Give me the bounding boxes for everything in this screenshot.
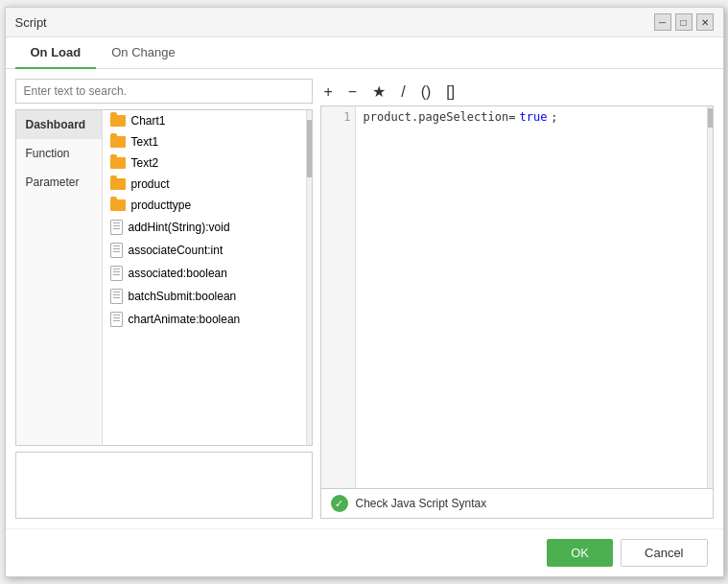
nav-item-function[interactable]: Function: [16, 139, 102, 168]
dialog-footer: OK Cancel: [6, 528, 723, 576]
left-panel: Dashboard Function Parameter Chart1: [15, 79, 313, 519]
list-item[interactable]: addHint(String):void: [103, 216, 306, 239]
tabs-bar: On Load On Change: [6, 37, 723, 69]
nav-item-dashboard[interactable]: Dashboard: [16, 110, 102, 139]
nav-item-parameter[interactable]: Parameter: [16, 168, 102, 197]
code-scrollbar[interactable]: [707, 106, 713, 488]
close-button[interactable]: ✕: [696, 13, 714, 31]
check-syntax-bar: ✓ Check Java Script Syntax: [320, 489, 714, 519]
file-icon: [110, 312, 123, 327]
bottom-preview: [15, 452, 313, 519]
ok-button[interactable]: OK: [547, 539, 613, 567]
folder-icon: [110, 199, 126, 211]
title-bar-left: Script: [15, 15, 47, 30]
script-dialog: Script ─ □ ✕ On Load On Change Dashboard: [5, 7, 724, 577]
file-icon: [110, 220, 123, 235]
restore-button[interactable]: □: [675, 13, 693, 31]
right-panel: + − ★ / () [] 1 product.pageSelection=tr…: [320, 79, 714, 519]
nav-panel: Dashboard Function Parameter: [16, 110, 103, 445]
parens-button[interactable]: (): [417, 82, 435, 102]
code-editor[interactable]: 1 product.pageSelection=true;: [320, 105, 714, 489]
file-icon: [110, 243, 123, 258]
code-semicolon: ;: [551, 110, 557, 124]
star-button[interactable]: ★: [368, 82, 389, 102]
list-item[interactable]: product: [103, 174, 306, 195]
code-line: product.pageSelection=true;: [364, 110, 699, 124]
check-icon: ✓: [331, 495, 348, 512]
add-button[interactable]: +: [320, 82, 337, 102]
search-input[interactable]: [15, 79, 313, 104]
list-item[interactable]: producttype: [103, 195, 306, 216]
folder-icon: [110, 157, 126, 169]
tree-panel[interactable]: Chart1 Text1 Text2 product: [103, 110, 306, 445]
file-icon: [110, 289, 123, 304]
folder-icon: [110, 136, 126, 148]
list-item[interactable]: associateCount:int: [103, 239, 306, 262]
list-item[interactable]: batchSubmit:boolean: [103, 285, 306, 308]
split-container: Dashboard Function Parameter Chart1: [15, 109, 313, 446]
minus-button[interactable]: −: [344, 82, 361, 102]
folder-icon: [110, 115, 126, 127]
title-controls: ─ □ ✕: [654, 13, 714, 31]
minimize-button[interactable]: ─: [654, 13, 671, 31]
dialog-title: Script: [15, 15, 47, 30]
brackets-button[interactable]: []: [442, 82, 458, 102]
line-numbers: 1: [321, 106, 356, 488]
cancel-button[interactable]: Cancel: [621, 539, 707, 567]
tab-on-change[interactable]: On Change: [96, 37, 191, 69]
code-value: true: [519, 110, 547, 124]
list-item[interactable]: associated:boolean: [103, 262, 306, 285]
slash-button[interactable]: /: [397, 82, 409, 102]
code-content[interactable]: product.pageSelection=true;: [356, 106, 707, 488]
list-item[interactable]: Chart1: [103, 110, 306, 131]
file-icon: [110, 266, 123, 281]
list-item[interactable]: Text1: [103, 131, 306, 152]
code-toolbar: + − ★ / () []: [320, 79, 714, 105]
list-item[interactable]: Text2: [103, 152, 306, 174]
check-syntax-label[interactable]: Check Java Script Syntax: [356, 497, 487, 510]
code-property: product.pageSelection=: [364, 110, 516, 124]
content-area: Dashboard Function Parameter Chart1: [6, 69, 723, 528]
tree-scrollbar[interactable]: [306, 110, 312, 445]
code-scroll-thumb[interactable]: [708, 108, 713, 128]
title-bar: Script ─ □ ✕: [6, 8, 723, 37]
tab-on-load[interactable]: On Load: [15, 37, 97, 69]
folder-icon: [110, 178, 126, 190]
scroll-thumb[interactable]: [307, 120, 312, 177]
list-item[interactable]: chartAnimate:boolean: [103, 308, 306, 331]
